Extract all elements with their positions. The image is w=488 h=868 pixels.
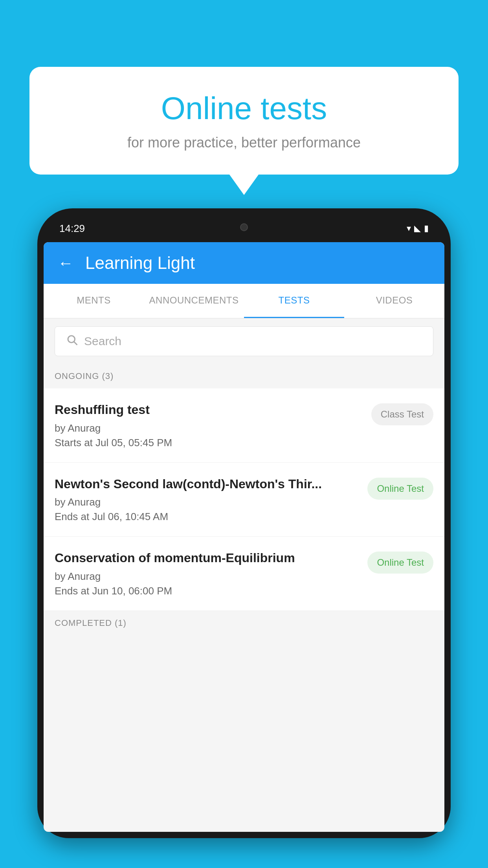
search-bar[interactable]: Search <box>55 326 433 356</box>
test-date: Starts at Jul 05, 05:45 PM <box>55 437 363 449</box>
bubble-title: Online tests <box>61 90 427 127</box>
test-author: by Anurag <box>55 422 363 434</box>
test-info: Reshuffling test by Anurag Starts at Jul… <box>55 402 363 449</box>
phone-screen: ← Learning Light MENTS ANNOUNCEMENTS TES… <box>44 242 444 832</box>
phone-container: 14:29 ▾ ◣ ▮ ← Learning Light MENTS <box>37 208 451 868</box>
phone-camera <box>240 223 248 231</box>
completed-header: COMPLETED (1) <box>44 611 444 635</box>
test-badge: Class Test <box>371 403 433 425</box>
test-date: Ends at Jul 06, 10:45 AM <box>55 511 360 523</box>
phone-notch <box>228 215 260 226</box>
test-author: by Anurag <box>55 570 360 583</box>
test-badge: Online Test <box>367 552 433 574</box>
phone-time: 14:29 <box>59 223 85 235</box>
svg-point-0 <box>68 336 75 343</box>
test-author: by Anurag <box>55 496 360 508</box>
test-info: Conservation of momentum-Equilibrium by … <box>55 550 360 597</box>
tab-tests[interactable]: TESTS <box>244 284 344 318</box>
test-item[interactable]: Reshuffling test by Anurag Starts at Jul… <box>44 388 444 463</box>
tabs-container: MENTS ANNOUNCEMENTS TESTS VIDEOS <box>44 284 444 318</box>
tab-announcements[interactable]: ANNOUNCEMENTS <box>144 284 244 318</box>
tab-ments[interactable]: MENTS <box>44 284 144 318</box>
search-icon <box>66 334 78 349</box>
signal-icon: ◣ <box>414 223 421 234</box>
test-badge: Online Test <box>367 478 433 500</box>
app-title: Learning Light <box>85 253 195 273</box>
speech-bubble-container: Online tests for more practice, better p… <box>29 67 459 175</box>
test-name: Reshuffling test <box>55 402 363 418</box>
ongoing-header: ONGOING (3) <box>44 364 444 388</box>
test-name: Newton's Second law(contd)-Newton's Thir… <box>55 476 360 493</box>
test-name: Conservation of momentum-Equilibrium <box>55 550 360 566</box>
app-header: ← Learning Light <box>44 242 444 284</box>
test-item[interactable]: Newton's Second law(contd)-Newton's Thir… <box>44 463 444 537</box>
bubble-subtitle: for more practice, better performance <box>61 134 427 151</box>
status-icons: ▾ ◣ ▮ <box>407 223 429 234</box>
status-bar: 14:29 ▾ ◣ ▮ <box>44 215 444 242</box>
back-button[interactable]: ← <box>58 254 73 272</box>
phone-outer: 14:29 ▾ ◣ ▮ ← Learning Light MENTS <box>37 208 451 838</box>
tab-videos[interactable]: VIDEOS <box>344 284 444 318</box>
svg-line-1 <box>74 342 77 344</box>
search-placeholder: Search <box>84 335 121 348</box>
test-info: Newton's Second law(contd)-Newton's Thir… <box>55 476 360 523</box>
test-date: Ends at Jun 10, 06:00 PM <box>55 585 360 597</box>
speech-bubble: Online tests for more practice, better p… <box>29 67 459 175</box>
wifi-icon: ▾ <box>407 223 411 234</box>
battery-icon: ▮ <box>424 223 429 234</box>
test-item[interactable]: Conservation of momentum-Equilibrium by … <box>44 537 444 611</box>
search-container: Search <box>44 318 444 364</box>
